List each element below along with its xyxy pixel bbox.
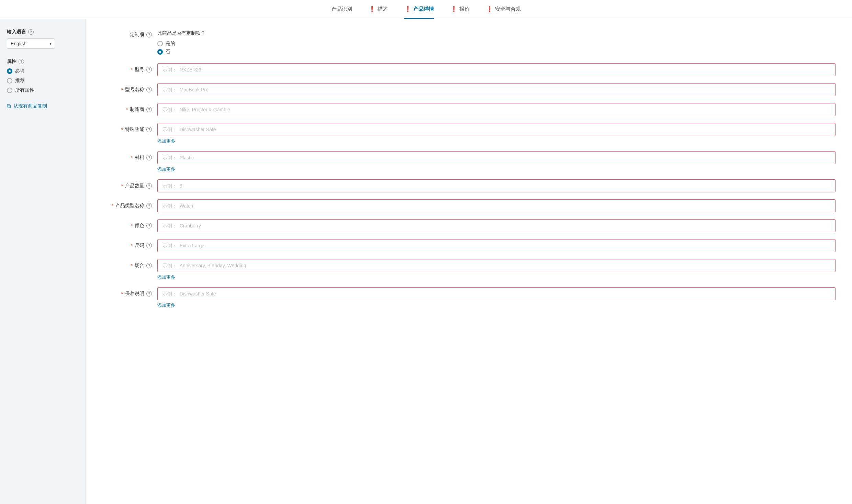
product-detail-error-icon: ❗	[404, 6, 411, 12]
sidebar: 输入语言 ? English中文日本語한국어 ▾ 属性 ? 必填推荐所有属性	[0, 19, 86, 504]
help-icon-color[interactable]: ?	[146, 223, 152, 228]
safety-error-icon: ❗	[486, 6, 493, 12]
tab-pricing[interactable]: ❗报价	[450, 0, 470, 19]
content-area: 定制项 ? 此商品是否有定制项？ 是的 否 *型号?*型号名称?*制造商?*	[86, 19, 852, 504]
form-row-product-type-name: *产品类型名称?	[102, 199, 836, 212]
customization-question: 此商品是否有定制项？	[157, 30, 205, 36]
label-text-material: 材料	[135, 155, 144, 161]
customization-yes-option[interactable]: 是的	[157, 41, 205, 47]
label-text-model-number: 型号	[135, 67, 144, 73]
customization-no-radio[interactable]	[157, 49, 163, 55]
help-icon-manufacturer[interactable]: ?	[146, 107, 152, 112]
input-size[interactable]	[157, 239, 836, 252]
input-product-type-name[interactable]	[157, 199, 836, 212]
attribute-radio-group: 必填推荐所有属性	[7, 68, 79, 93]
form-row-material: *材料?添加更多	[102, 151, 836, 172]
language-select-wrapper: English中文日本語한국어 ▾	[7, 38, 55, 49]
tab-safety-label: 安全与合规	[495, 6, 521, 12]
input-occasion[interactable]	[157, 259, 836, 272]
add-more-care-instructions[interactable]: 添加更多	[157, 302, 836, 309]
main-layout: 输入语言 ? English中文日本語한국어 ▾ 属性 ? 必填推荐所有属性	[0, 19, 852, 504]
form-label-model-name: *型号名称?	[102, 83, 157, 93]
label-text-product-quantity: 产品数量	[125, 183, 144, 189]
input-special-features[interactable]	[157, 123, 836, 136]
help-icon-special-features[interactable]: ?	[146, 127, 152, 132]
help-icon-model-name[interactable]: ?	[146, 87, 152, 92]
input-care-instructions[interactable]	[157, 287, 836, 300]
customization-no-label: 否	[166, 49, 170, 55]
add-more-material[interactable]: 添加更多	[157, 166, 836, 172]
required-star-size: *	[131, 243, 133, 248]
required-star-color: *	[131, 223, 133, 228]
help-icon-product-quantity[interactable]: ?	[146, 183, 152, 189]
form-label-color: *颜色?	[102, 219, 157, 229]
label-text-manufacturer: 制造商	[130, 107, 144, 113]
form-label-size: *尺码?	[102, 239, 157, 249]
tab-description[interactable]: ❗描述	[369, 0, 388, 19]
tab-product-id[interactable]: 产品识别	[332, 0, 352, 19]
attribute-all-label: 所有属性	[15, 87, 34, 93]
add-more-occasion[interactable]: 添加更多	[157, 274, 836, 280]
language-select[interactable]: English中文日本語한국어	[7, 38, 55, 49]
field-wrapper-size	[157, 239, 836, 252]
required-star-product-quantity: *	[121, 183, 123, 189]
attribute-recommended-option[interactable]: 推荐	[7, 78, 79, 84]
attribute-required-radio[interactable]	[7, 68, 12, 74]
customization-no-option[interactable]: 否	[157, 49, 205, 55]
form-label-material: *材料?	[102, 151, 157, 161]
field-wrapper-special-features: 添加更多	[157, 123, 836, 144]
help-icon-model-number[interactable]: ?	[146, 67, 152, 72]
required-star-model-number: *	[131, 67, 133, 72]
attribute-recommended-label: 推荐	[15, 78, 25, 84]
field-wrapper-color	[157, 219, 836, 232]
attributes-help-icon[interactable]: ?	[19, 59, 24, 64]
required-star-manufacturer: *	[126, 107, 128, 112]
help-icon-size[interactable]: ?	[146, 243, 152, 248]
input-color[interactable]	[157, 219, 836, 232]
pricing-error-icon: ❗	[450, 6, 457, 12]
help-icon-care-instructions[interactable]: ?	[146, 291, 152, 296]
form-label-care-instructions: *保养说明?	[102, 287, 157, 297]
field-wrapper-care-instructions: 添加更多	[157, 287, 836, 309]
customization-label: 定制项 ?	[102, 30, 157, 38]
tab-product-id-label: 产品识别	[332, 6, 352, 12]
add-more-special-features[interactable]: 添加更多	[157, 138, 836, 144]
form-row-model-number: *型号?	[102, 63, 836, 76]
customization-yes-radio[interactable]	[157, 41, 163, 46]
tab-safety[interactable]: ❗安全与合规	[486, 0, 521, 19]
field-wrapper-manufacturer	[157, 103, 836, 116]
form-label-occasion: *场合?	[102, 259, 157, 269]
field-wrapper-model-number	[157, 63, 836, 76]
tab-product-detail[interactable]: ❗产品详情	[404, 0, 434, 19]
input-language-help-icon[interactable]: ?	[28, 29, 34, 35]
help-icon-material[interactable]: ?	[146, 155, 152, 160]
form-row-special-features: *特殊功能?添加更多	[102, 123, 836, 144]
form-row-manufacturer: *制造商?	[102, 103, 836, 116]
input-product-quantity[interactable]	[157, 179, 836, 192]
top-nav: 产品识别❗描述❗产品详情❗报价❗安全与合规	[0, 0, 852, 19]
field-wrapper-occasion: 添加更多	[157, 259, 836, 280]
input-material[interactable]	[157, 151, 836, 164]
input-model-number[interactable]	[157, 63, 836, 76]
help-icon-product-type-name[interactable]: ?	[146, 203, 152, 209]
attribute-all-radio[interactable]	[7, 88, 12, 93]
form-row-model-name: *型号名称?	[102, 83, 836, 96]
attribute-all-option[interactable]: 所有属性	[7, 87, 79, 93]
copy-icon: ⧉	[7, 103, 11, 109]
field-wrapper-product-type-name	[157, 199, 836, 212]
label-text-color: 颜色	[135, 223, 144, 229]
attributes-section: 属性 ? 必填推荐所有属性	[7, 58, 79, 93]
description-error-icon: ❗	[369, 6, 375, 12]
input-manufacturer[interactable]	[157, 103, 836, 116]
attributes-title: 属性 ?	[7, 58, 79, 65]
attribute-recommended-radio[interactable]	[7, 78, 12, 83]
field-wrapper-material: 添加更多	[157, 151, 836, 172]
form-row-occasion: *场合?添加更多	[102, 259, 836, 280]
customization-help-icon[interactable]: ?	[146, 32, 152, 37]
help-icon-occasion[interactable]: ?	[146, 263, 152, 268]
input-model-name[interactable]	[157, 83, 836, 96]
attribute-required-option[interactable]: 必填	[7, 68, 79, 74]
copy-from-existing-button[interactable]: ⧉ 从现有商品复制	[7, 103, 79, 109]
form-label-manufacturer: *制造商?	[102, 103, 157, 113]
label-text-care-instructions: 保养说明	[125, 291, 144, 297]
